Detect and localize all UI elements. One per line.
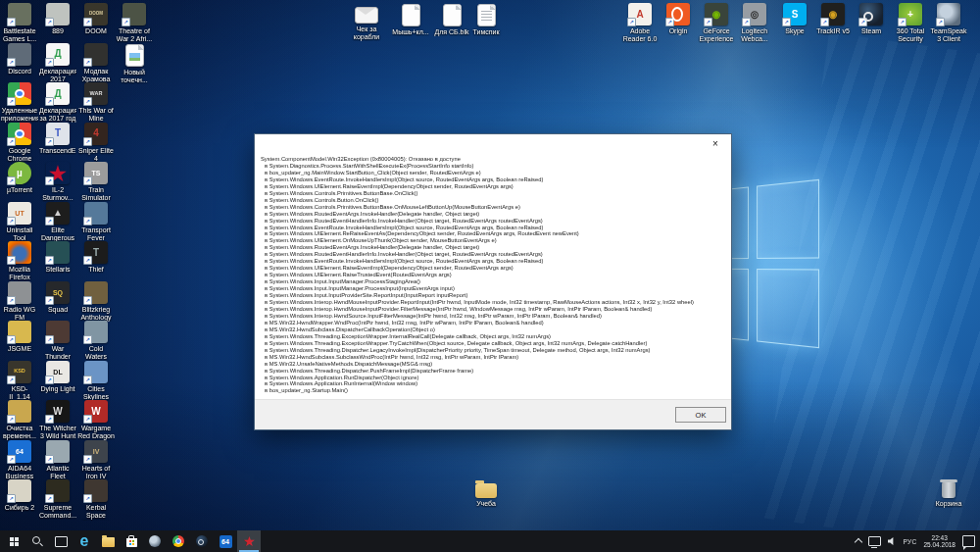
desktop-icon-mozilla-firefox[interactable]: ↗Mozilla Firefox: [1, 241, 38, 281]
taskbar-il2-updater-button[interactable]: ★: [237, 530, 261, 552]
desktop-icon-sniper-elite-4[interactable]: 4↗Sniper Elite 4: [77, 123, 115, 163]
desktop-icon-war-thunder[interactable]: ↗War Thunder: [39, 321, 76, 361]
hidden-icons-chevron-icon[interactable]: [854, 538, 861, 546]
desktop-icon-transcende[interactable]: T↗TranscendE...: [39, 123, 76, 155]
desktop-icon-elite-dangerous[interactable]: ▲↗Elite Dangerous: [39, 202, 76, 242]
desktop-icon-label: Удаленные приложения: [1, 107, 38, 123]
desktop-icon-kerbal-space-program[interactable]: ↗Kerbal Space Program: [77, 479, 115, 521]
desktop-icon-train-simulator[interactable]: TS↗Train Simulator: [77, 162, 115, 202]
desktop-icon-teamspeak-3-client[interactable]: ↗TeamSpeak 3 Client: [930, 3, 967, 43]
desktop-icon-doom[interactable]: DOOM↗DOOM: [77, 3, 115, 35]
desktop-icon-stellaris[interactable]: ↗Stellaris: [39, 241, 76, 274]
ok-button[interactable]: OK: [675, 407, 726, 423]
desktop-icon-для-сб-blk[interactable]: Для СБ.blk: [433, 3, 470, 36]
app-icon: SQ↗: [46, 281, 70, 304]
desktop-icon-декларация-за-2017-год[interactable]: Д↗Декларация за 2017 год: [39, 82, 76, 123]
taskbar-teamspeak-button[interactable]: [143, 530, 167, 552]
desktop-icon-torrent[interactable]: µ↗µTorrent: [1, 162, 38, 194]
taskbar-file-explorer-button[interactable]: [96, 530, 120, 552]
system-tray: РУС 22:43 25.04.2018: [856, 530, 977, 552]
stack-trace-line: в System.Windows.Controls.Button.OnClick…: [261, 197, 727, 204]
desktop-icon-удаленные-приложения[interactable]: ↗Удаленные приложения: [1, 82, 38, 123]
desktop-icon-steam[interactable]: ↗Steam: [853, 3, 890, 35]
desktop-icon-transport-fever[interactable]: ↗Transport Fever: [77, 202, 115, 242]
desktop-icon-ksd-ii-1-14[interactable]: KSD↗KSD-II_1.14: [1, 361, 38, 401]
desktop-icon-wargame-red-dragon[interactable]: W↗Wargame Red Dragon: [77, 400, 115, 440]
dialog-titlebar[interactable]: ×: [255, 134, 731, 154]
taskview-icon: [55, 536, 68, 547]
taskbar-edge-button[interactable]: e: [73, 530, 96, 552]
desktop-icon-label: Logitech Webca...: [736, 27, 773, 43]
desktop-icon-jsgme[interactable]: ↗JSGME: [1, 321, 38, 353]
desktop-icon-aida64-business[interactable]: 64↗AIDA64 Business: [1, 440, 38, 480]
desktop-icon-новый-точечн[interactable]: Новый точечн...: [116, 43, 153, 84]
stack-trace-line: в System.Windows.RoutedEventHandlerInfo.…: [261, 251, 727, 258]
desktop-icon-this-war-of-mine[interactable]: WAR↗This War of Mine: [77, 82, 115, 123]
desktop-icon-skype[interactable]: S↗Skype: [776, 3, 813, 35]
app-icon: ↗: [8, 321, 31, 343]
desktop-icon-thief[interactable]: T↗Thief: [77, 241, 115, 274]
taskbar-search-button[interactable]: [25, 530, 49, 552]
desktop-icon-360-total-security[interactable]: +↗360 Total Security: [892, 3, 929, 43]
desktop-icon-label: Uninstall Tool: [1, 226, 38, 242]
stack-trace-line: в System.Windows.EventRoute.InvokeHandle…: [261, 225, 727, 231]
desktop-icon-сибирь-2[interactable]: ↗Сибирь 2: [1, 479, 38, 512]
shortcut-arrow-icon: ↗: [83, 296, 92, 305]
desktop-icon-мышь-кл[interactable]: Мышь+кл...: [392, 3, 429, 36]
desktop-icon-trackir-v5[interactable]: ◉↗TrackIR v5: [814, 3, 852, 35]
desktop-icon-модпак-храмова[interactable]: ↗Модпак Храмова: [77, 43, 115, 83]
desktop-icon-тимспик[interactable]: Тимспик: [467, 3, 505, 36]
desktop-icon-google-chrome[interactable]: ↗Google Chrome: [1, 123, 38, 163]
chrome-icon: ↗: [8, 82, 31, 105]
action-center-icon[interactable]: [962, 535, 975, 547]
desktop-icon-the-witcher-3-wild-hunt[interactable]: W↗The Witcher 3 Wild Hunt: [39, 400, 76, 440]
volume-icon[interactable]: [888, 537, 897, 546]
teamspeak-icon: ↗: [937, 3, 960, 25]
desktop-icon-чек-за-корабли[interactable]: Чек за корабли: [348, 3, 385, 41]
desktop-icon-dying-light[interactable]: DL↗Dying Light: [39, 361, 76, 393]
desktop-icon-label: Squad: [39, 306, 76, 314]
desktop-icon-supreme-command[interactable]: ↗Supreme Command...: [39, 479, 76, 520]
desktop-icon-cold-waters[interactable]: ↗Cold Waters: [77, 321, 115, 361]
taskbar-store-button[interactable]: [120, 530, 143, 552]
desktop-icon-очистка-временн[interactable]: ↗Очистка временн...: [1, 400, 38, 440]
desktop-icon-logitech-webca[interactable]: ◎↗Logitech Webca...: [736, 3, 773, 43]
desktop-icon-декларация-2017[interactable]: Д↗Декларация 2017: [39, 43, 76, 83]
desktop-icon-adobe-reader-6-0[interactable]: A↗Adobe Reader 6.0: [621, 3, 659, 43]
desktop-icon-hearts-of-iron-iv[interactable]: IV↗Hearts of Iron IV: [77, 440, 115, 480]
desktop-icon-blitzkrieg-anthology[interactable]: ↗Blitzkrieg Anthology: [77, 281, 115, 322]
desktop-icon-discord[interactable]: ↗Discord: [1, 43, 38, 75]
desktop-icon-squad[interactable]: SQ↗Squad: [39, 281, 76, 314]
stack-trace-line: в System.Windows.Threading.Dispatcher.Pu…: [261, 368, 727, 375]
desktop-icon-cities-skylines[interactable]: ↗Cities Skylines: [77, 361, 115, 401]
taskbar-task-view-button[interactable]: [49, 530, 73, 552]
desktop-icon-корзина[interactable]: Корзина: [930, 477, 967, 508]
desktop-icon-origin[interactable]: ↗Origin: [660, 3, 697, 35]
taskbar-chrome-button[interactable]: [167, 530, 190, 552]
app-icon: ↗: [46, 241, 70, 264]
taskbar-clock[interactable]: 22:43 25.04.2018: [923, 534, 956, 549]
desktop-icon-uninstall-tool[interactable]: UT↗Uninstall Tool: [1, 202, 38, 242]
taskbar-aida64-button[interactable]: 64: [214, 530, 237, 552]
folder-icon: [475, 483, 497, 498]
language-indicator[interactable]: РУС: [904, 538, 917, 545]
desktop-icon-radio-wg-fm[interactable]: ↗Radio WG FM: [1, 281, 38, 322]
desktop-icon-label: 889: [39, 27, 76, 35]
desktop-icon-label: Theatre of War 2 Afri...: [116, 27, 153, 43]
network-icon[interactable]: [868, 536, 881, 546]
desktop-icon-theatre-of-war-2-afri[interactable]: ↗Theatre of War 2 Afri...: [116, 3, 153, 43]
app-icon: ↗: [8, 281, 31, 304]
app-icon: DL↗: [46, 361, 70, 383]
desktop-icon-label: Учеба: [467, 500, 505, 508]
taskbar-start-button[interactable]: [2, 530, 25, 552]
desktop-icon-atlantic-fleet[interactable]: ↗Atlantic Fleet: [39, 440, 76, 480]
desktop-icon-889[interactable]: ↗889: [39, 3, 76, 35]
shortcut-arrow-icon: ↗: [83, 58, 92, 67]
desktop-icon-учеба[interactable]: Учеба: [467, 477, 505, 508]
desktop-icon-battlestate-games-l[interactable]: ↗Battlestate Games L...: [1, 3, 38, 43]
desktop-icon-label: Blitzkrieg Anthology: [77, 306, 115, 322]
desktop-icon-il-2-sturmov[interactable]: ★↗IL-2 Sturmov...: [39, 162, 76, 202]
taskbar-steam-button[interactable]: [190, 530, 214, 552]
close-icon[interactable]: ×: [700, 134, 731, 154]
desktop-icon-geforce-experience[interactable]: ◉↗GeForce Experience: [698, 3, 735, 43]
